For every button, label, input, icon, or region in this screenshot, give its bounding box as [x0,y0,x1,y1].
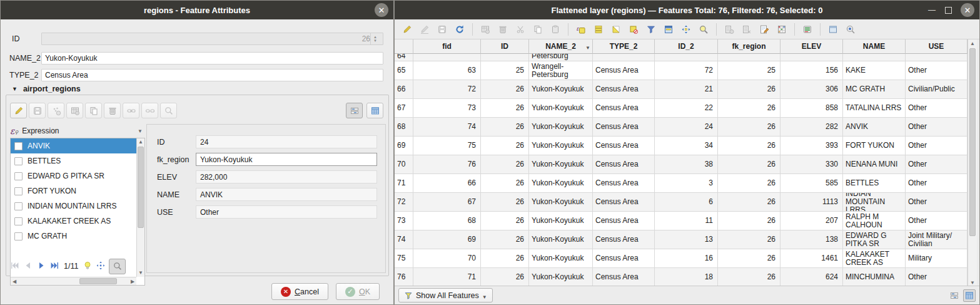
filter-form-button[interactable] [644,22,659,37]
cell-name[interactable]: TATALINA LRRS [843,99,906,118]
cell-type2[interactable]: Census Area [593,80,655,99]
cell-name2[interactable]: Yukon-Koyukuk [529,268,593,287]
cell-fid[interactable]: 71 [413,268,481,287]
cell-type2[interactable]: Census Area [593,193,655,212]
table-vscroll-thumb[interactable] [969,48,976,236]
row-number[interactable]: 67 [395,99,413,118]
cell-elev[interactable]: 330 [780,155,843,174]
close-icon[interactable]: ✕ [961,3,974,17]
highlight-toggle-button[interactable] [83,261,93,272]
column-header-id[interactable]: ID [481,39,529,54]
table-row[interactable]: 697526Yukon-KoyukukCensus Area3426393FOR… [395,137,967,155]
cell-name2[interactable]: Yukon-Koyukuk [529,249,593,268]
cell-elev[interactable]: 585 [780,174,843,193]
cell-type2[interactable]: Census Area [593,99,655,118]
cell-name2[interactable]: Yukon-Koyukuk [529,118,593,137]
cell-name[interactable]: MC GRATH [843,80,906,99]
cell-name[interactable]: INDIAN MOUNTAIN LRRS [843,193,906,212]
table-row[interactable]: 677326Yukon-KoyukukCensus Area2226858TAT… [395,99,967,118]
cell-name[interactable] [843,54,906,61]
cell-name2[interactable]: Wrangell-Petersburg [529,61,593,80]
select-by-expression-button[interactable]: ε [573,22,589,37]
checkbox[interactable] [14,142,23,150]
next-feature-button[interactable] [36,261,46,272]
cell-type2[interactable]: Census Area [593,174,655,193]
cell-type2[interactable]: Census Area [593,249,655,268]
form-view-button[interactable] [346,103,363,118]
table-row[interactable]: 757026Yukon-KoyukukCensus Area16261461KA… [395,249,967,268]
id-spinbox[interactable]: 26 ▲▼ [41,33,383,45]
row-number[interactable]: 70 [395,155,413,174]
cell-use[interactable]: Other [906,193,967,212]
cell-id2[interactable]: 24 [655,118,718,137]
table-row[interactable]: 736826Yukon-KoyukukCensus Area1126207RAL… [395,212,967,230]
cell-id2[interactable]: 13 [655,230,718,249]
cell-id[interactable]: 26 [481,137,529,155]
ok-button[interactable]: ✓ OK [336,283,380,300]
scroll-up-icon[interactable]: ▲ [137,138,144,146]
cell-type2[interactable] [593,54,655,61]
cell-elev[interactable]: 207 [780,212,843,230]
cell-use[interactable]: Other [906,268,967,287]
cell-name2[interactable]: Yukon-Koyukuk [529,155,593,174]
spinner-icons[interactable]: ▲▼ [370,33,380,45]
save-edits-button[interactable] [29,103,46,118]
form-use-field[interactable]: Other [196,205,377,219]
cell-id[interactable] [481,54,529,61]
cell-fid[interactable]: 75 [413,137,481,155]
checkbox[interactable] [14,232,23,240]
cell-id2[interactable]: 11 [655,212,718,230]
cell-fk[interactable]: 26 [718,212,780,230]
checkbox[interactable] [14,157,23,165]
column-header-use[interactable]: USE [906,39,967,54]
row-number[interactable]: 76 [395,268,413,287]
column-header-type_2[interactable]: TYPE_2 [593,39,655,54]
cell-name[interactable]: KAKE [843,61,906,80]
zoom-to-selection-button[interactable] [696,22,711,37]
cell-name[interactable]: EDWARD G PITKA SR [843,230,906,249]
cell-type2[interactable]: Census Area [593,137,655,155]
cell-use[interactable] [906,54,967,61]
cell-type2[interactable]: Census Area [593,61,655,80]
cell-name2[interactable]: Yukon-Koyukuk [529,99,593,118]
cell-fid[interactable]: 74 [413,118,481,137]
cell-id[interactable]: 26 [481,249,529,268]
corner-cell[interactable] [395,39,413,54]
cell-elev[interactable]: 306 [780,80,843,99]
cell-id[interactable]: 26 [481,212,529,230]
cell-name2[interactable]: Yukon-Koyukuk [529,137,593,155]
cell-elev[interactable] [780,54,843,61]
table-row[interactable]: 746926Yukon-KoyukukCensus Area1326138EDW… [395,230,967,249]
row-number[interactable]: 71 [395,174,413,193]
cell-fk[interactable]: 26 [718,268,780,287]
cell-use[interactable]: Other [906,99,967,118]
cut-button[interactable] [513,22,528,37]
type2-field[interactable]: Census Area [41,69,383,81]
row-number[interactable]: 66 [395,80,413,99]
unlink-feature-button[interactable] [141,103,158,118]
search-widget-button[interactable] [843,22,858,37]
cell-fk[interactable] [718,54,780,61]
save-edits-button[interactable] [435,22,450,37]
cell-name2[interactable]: Yukon-Koyukuk [529,174,593,193]
cell-fk[interactable]: 26 [718,174,780,193]
cell-fid[interactable]: 69 [413,230,481,249]
maximize-icon[interactable] [945,7,952,14]
row-number[interactable]: 64 [395,54,413,61]
name2-field[interactable]: Yukon-Koyukuk [41,52,383,65]
previous-feature-button[interactable] [23,261,33,272]
cell-name[interactable]: RALPH M CALHOUN [843,212,906,230]
cell-elev[interactable]: 393 [780,137,843,155]
cell-use[interactable]: Other [906,137,967,155]
row-number[interactable]: 69 [395,137,413,155]
table-row[interactable]: 64Petersburg [395,54,967,61]
cell-fk[interactable]: 25 [718,61,780,80]
cell-id[interactable]: 26 [481,174,529,193]
form-elev-field[interactable]: 282,000 [196,170,377,184]
row-number[interactable]: 72 [395,193,413,212]
relation-collapse-header[interactable]: ▼ airport_regions [12,85,81,93]
column-header-id_2[interactable]: ID_2 [655,39,718,54]
column-header-name_2[interactable]: NAME_2▼ [529,39,593,54]
table-titlebar[interactable]: Flattened layer (regions) — Features Tot… [395,1,979,19]
cell-fk[interactable]: 26 [718,249,780,268]
